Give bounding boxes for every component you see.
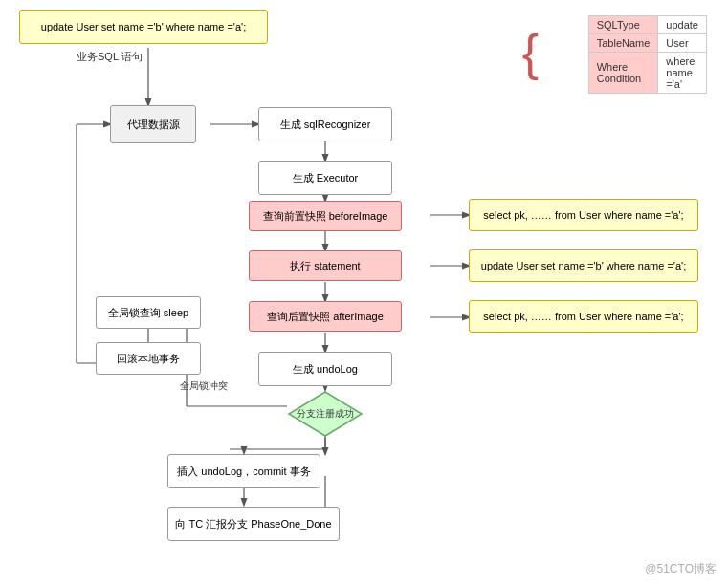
- sql-before-label: select pk, …… from User where name ='a';: [483, 209, 683, 221]
- diamond-box: 分支注册成功: [287, 390, 364, 438]
- sql-input-label: update User set name ='b' where name ='a…: [41, 21, 246, 32]
- gen-executor-label: 生成 Executor: [293, 171, 358, 185]
- info-label-tablename: TableName: [588, 34, 658, 53]
- rollback-local-tx-label: 回滚本地事务: [117, 352, 180, 366]
- business-sql-label: 业务SQL 语句: [77, 50, 143, 64]
- gen-undolog-box: 生成 undoLog: [258, 352, 392, 386]
- query-before-image-label: 查询前置快照 beforeImage: [263, 209, 388, 224]
- watermark: @51CTO博客: [645, 561, 717, 577]
- info-label-sqltype: SQLType: [588, 16, 658, 34]
- info-row-condition: Where Condition where name ='a': [588, 53, 706, 94]
- rollback-local-tx-box: 回滚本地事务: [96, 342, 201, 375]
- sql-exec-box: update User set name ='b' where name ='a…: [469, 249, 698, 282]
- proxy-datasource-label: 代理数据源: [127, 118, 180, 132]
- info-label-condition: Where Condition: [588, 53, 658, 94]
- query-before-image-box: 查询前置快照 beforeImage: [249, 201, 402, 231]
- info-row-tablename: TableName User: [588, 34, 706, 53]
- info-value-sqltype: update: [658, 16, 707, 34]
- sql-before-box: select pk, …… from User where name ='a';: [469, 199, 698, 231]
- info-value-tablename: User: [658, 34, 707, 53]
- gen-undolog-label: 生成 undoLog: [293, 362, 358, 377]
- report-tc-label: 向 TC 汇报分支 PhaseOne_Done: [175, 517, 331, 531]
- info-value-condition: where name ='a': [658, 53, 707, 94]
- gen-sqlrecognizer-label: 生成 sqlRecognizer: [280, 118, 371, 132]
- diamond-label: 分支注册成功: [287, 390, 364, 438]
- info-row-sqltype: SQLType update: [588, 16, 706, 34]
- curly-brace: {: [522, 13, 539, 92]
- gen-executor-box: 生成 Executor: [258, 161, 392, 195]
- diagram: update User set name ='b' where name ='a…: [0, 0, 728, 585]
- sql-input-box: update User set name ='b' where name ='a…: [19, 10, 268, 44]
- insert-undolog-commit-box: 插入 undoLog，commit 事务: [167, 454, 320, 488]
- insert-undolog-commit-label: 插入 undoLog，commit 事务: [177, 465, 310, 479]
- info-table: SQLType update TableName User Where Cond…: [588, 15, 707, 94]
- sql-after-label: select pk, …… from User where name ='a';: [483, 311, 683, 322]
- query-after-image-label: 查询后置快照 afterImage: [267, 310, 384, 324]
- proxy-datasource-box: 代理数据源: [110, 105, 196, 143]
- exec-statement-label: 执行 statement: [290, 259, 360, 273]
- sql-after-box: select pk, …… from User where name ='a';: [469, 300, 698, 333]
- exec-statement-box: 执行 statement: [249, 250, 402, 281]
- gen-sqlrecognizer-box: 生成 sqlRecognizer: [258, 107, 392, 141]
- global-lock-sleep-label: 全局锁查询 sleep: [108, 306, 188, 320]
- query-after-image-box: 查询后置快照 afterImage: [249, 301, 402, 332]
- global-lock-sleep-box: 全局锁查询 sleep: [96, 296, 201, 329]
- global-lock-conflict-label: 全局锁冲突: [180, 379, 228, 393]
- report-tc-box: 向 TC 汇报分支 PhaseOne_Done: [167, 507, 340, 541]
- sql-exec-label: update User set name ='b' where name ='a…: [481, 260, 686, 271]
